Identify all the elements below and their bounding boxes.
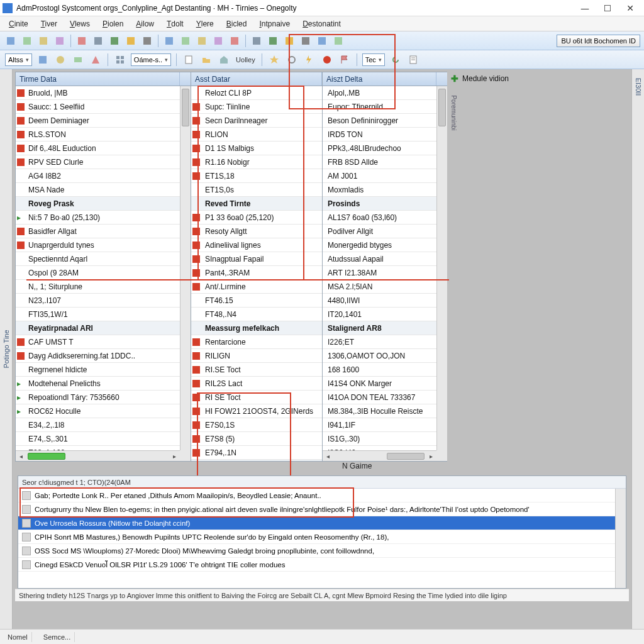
menu-destonatint[interactable]: Destonatint <box>297 18 346 30</box>
col3-header[interactable]: Aiszt Delta <box>323 72 436 86</box>
list-item[interactable]: N,, 1; Siturplune <box>16 280 191 294</box>
list-item[interactable]: Meassurg mefelkach <box>191 321 322 335</box>
right-side-tab[interactable]: EI30II <box>631 69 644 629</box>
col3-hscroll[interactable]: ◂▸ <box>323 450 436 461</box>
tb2-icon-home[interactable] <box>217 53 231 67</box>
list-item[interactable]: FT48,.N4 <box>191 308 322 321</box>
list-item[interactable]: RLION <box>191 128 322 142</box>
list-item[interactable]: Secn Darilnneager <box>191 114 322 128</box>
list-item[interactable]: Rentarcione <box>191 335 322 349</box>
list-item[interactable]: Dif 6,.48L Euduction <box>16 142 191 155</box>
tb1-icon-1[interactable] <box>20 34 34 48</box>
list-item[interactable]: Relozt CLI 8P <box>191 86 322 100</box>
list-item[interactable]: E7S0,1S <box>191 418 322 432</box>
menu-ylere[interactable]: Ylere <box>191 18 219 30</box>
list-item[interactable]: MSA 2.l;5IAN <box>323 280 447 294</box>
list-item[interactable]: Ni:5 7 Bo·a0 (25,130) <box>16 211 191 225</box>
tb1-icon-7[interactable] <box>124 34 138 48</box>
list-item[interactable]: I226;ET <box>323 335 447 349</box>
list-item[interactable]: Alpol,.MB <box>323 86 447 100</box>
list-item[interactable]: Ospol (9 28AM <box>16 266 191 280</box>
list-item[interactable]: M8.384,.3IB Hoculle Reiscte <box>323 404 447 418</box>
tb1-icon-2[interactable] <box>36 34 50 48</box>
list-item[interactable]: Deem Deminiager▼ <box>16 114 191 128</box>
tb2-combo-altss[interactable]: Altss▾ <box>5 53 32 66</box>
tb2-icon-grid[interactable] <box>113 53 127 67</box>
tb2-icon-1[interactable] <box>36 53 50 67</box>
list-item[interactable]: IRD5 TON <box>323 128 447 142</box>
list-item[interactable]: 4480,IIWI <box>323 294 447 308</box>
list-item[interactable]: E34,.2,.1l8 <box>16 418 191 432</box>
tb1-icon-4[interactable] <box>75 34 89 48</box>
list-item[interactable]: Bruold, |MB <box>16 86 191 100</box>
list-item[interactable]: FRB 8SD Allde <box>323 155 447 169</box>
col1-vscroll[interactable] <box>180 86 191 450</box>
tb1-icon-0[interactable] <box>4 34 18 48</box>
tb1-icon-3[interactable] <box>53 34 67 48</box>
tb2-icon-page[interactable] <box>406 53 420 67</box>
list-item[interactable]: I941,1IF <box>323 418 447 432</box>
menu-intpnaive[interactable]: Intpnaive <box>254 18 295 30</box>
tb1-icon-5[interactable] <box>91 34 105 48</box>
menu-ailow[interactable]: Ailow <box>131 18 159 30</box>
list-item[interactable]: Heaaply <box>191 460 322 461</box>
plus-icon[interactable]: ✚ <box>451 74 458 84</box>
menu-piolen[interactable]: Piolen <box>97 18 128 30</box>
list-item[interactable]: IS1G,.30) <box>323 432 447 446</box>
list-item[interactable]: Reyatirpnadal ARl <box>16 321 191 335</box>
list-item[interactable]: Reved Tirnte <box>191 197 322 211</box>
list-item[interactable]: E74,.S,.301 <box>16 432 191 446</box>
list-item[interactable]: ART I21.38AM <box>323 266 447 280</box>
list-item[interactable]: I41OA DON TEAL 733367 <box>323 391 447 404</box>
tb2-icon-flag[interactable] <box>338 53 352 67</box>
tb1-icon-9[interactable] <box>162 34 176 48</box>
list-item[interactable]: RPV SED Clurle <box>16 155 191 169</box>
log-row[interactable]: Gab; Portedte Lonk R.. Per etaned ,Dithu… <box>18 489 615 502</box>
col1-header[interactable]: Tirme Data <box>16 72 180 86</box>
list-item[interactable]: Beson Defininirogger <box>323 114 447 128</box>
list-item[interactable]: RLS.STON <box>16 128 191 142</box>
menu-bicled[interactable]: Bicled <box>221 18 252 30</box>
close-button[interactable]: ✕ <box>619 1 641 15</box>
list-item[interactable]: RIL2S Lact <box>191 377 322 391</box>
log-row[interactable]: OSS Socd MS \Wlouploms) 27·Moredc Dlooi)… <box>18 544 615 558</box>
list-item[interactable]: Monergedid btyges <box>323 238 447 252</box>
list-item[interactable]: Ant/.Lırmine <box>191 280 322 294</box>
menu-tiver[interactable]: Tiver <box>36 18 62 30</box>
log-row[interactable]: Ove Urrosela Rossura (Nitlow the Dolanjh… <box>18 516 615 530</box>
list-item[interactable]: RILIGN <box>191 349 322 363</box>
list-item[interactable]: Unaprgerduld tynes <box>16 238 191 252</box>
tb1-icon-13[interactable] <box>228 34 242 48</box>
list-item[interactable]: PPk3,.48LIBrudechoo <box>323 142 447 155</box>
tb1-icon-15[interactable] <box>266 34 280 48</box>
list-item[interactable]: ET1S,18 <box>191 169 322 183</box>
tb1-icon-11[interactable] <box>195 34 209 48</box>
list-item[interactable]: P1 33 6oa0 (25,120) <box>191 211 322 225</box>
tb1-icon-16[interactable] <box>282 34 296 48</box>
menu-tdolt[interactable]: Tdolt <box>162 18 189 30</box>
col3-vscroll[interactable] <box>436 86 447 450</box>
list-item[interactable]: Moxmladis <box>323 183 447 197</box>
list-item[interactable]: HI FOW21 21OOST4, 2GINerds <box>191 404 322 418</box>
tb2-icon-wrench[interactable] <box>285 53 299 67</box>
tb2-icon-star[interactable] <box>267 53 281 67</box>
log-row[interactable]: Cortugrurry thu Nlew Blen to-egems; in t… <box>18 502 615 516</box>
tb2-combo-oame[interactable]: Oáme-s..▾ <box>131 53 171 66</box>
list-item[interactable]: Regrnenel hldicte <box>16 363 191 377</box>
tb2-icon-doc[interactable] <box>182 53 196 67</box>
list-item[interactable]: Pant4,.3RAM <box>191 266 322 280</box>
bottom-vscroll[interactable] <box>615 489 626 588</box>
menu-cinite[interactable]: Cinite <box>4 18 33 30</box>
tb1-icon-19[interactable] <box>331 34 345 48</box>
minimize-button[interactable]: — <box>574 1 596 15</box>
list-item[interactable]: ET1S,0s <box>191 183 322 197</box>
list-item[interactable]: Adineliival lignes <box>191 238 322 252</box>
list-item[interactable]: Roveg Prask <box>16 197 191 211</box>
list-item[interactable]: Repoationdl Táry: 7535660 <box>16 391 191 404</box>
tb2-icon-folder[interactable] <box>199 53 213 67</box>
list-item[interactable]: MSA Nade <box>16 183 191 197</box>
list-item[interactable]: 1306,OAMOT OO,JON <box>323 349 447 363</box>
list-item[interactable]: Supc: Tiinline <box>191 100 322 114</box>
list-item[interactable]: RI SE Toct <box>191 391 322 404</box>
tb1-icon-6[interactable] <box>108 34 121 48</box>
